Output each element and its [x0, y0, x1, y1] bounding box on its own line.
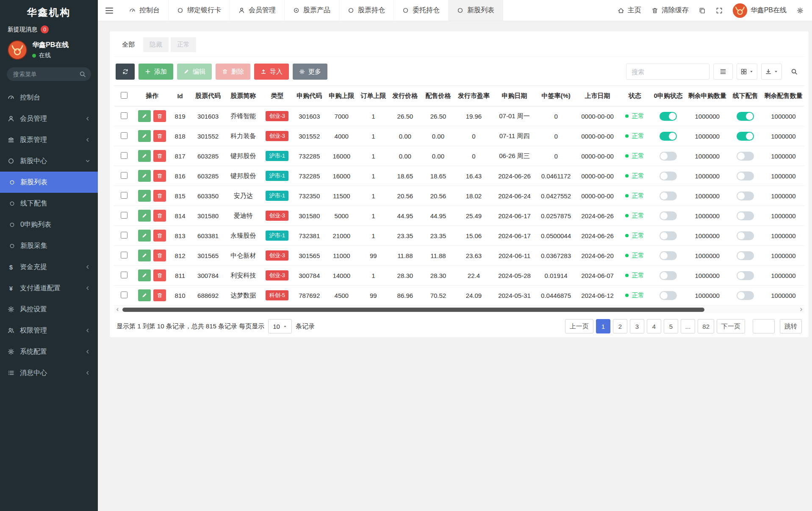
row-edit-button[interactable]	[138, 250, 151, 261]
row-edit-button[interactable]	[138, 130, 151, 142]
page-size-select[interactable]: 10	[268, 319, 292, 333]
offline-toggle[interactable]	[737, 211, 754, 220]
row-delete-button[interactable]	[153, 170, 166, 182]
page-button-0[interactable]: 上一页	[565, 319, 593, 333]
row-checkbox[interactable]	[121, 112, 127, 119]
sidebar-item-1[interactable]: 会员管理	[0, 108, 98, 129]
offline-toggle[interactable]	[737, 291, 754, 300]
offline-toggle[interactable]	[737, 112, 754, 121]
filter-tab-1[interactable]: 隐藏	[143, 37, 169, 52]
zero-toggle[interactable]	[660, 112, 677, 121]
edit-button[interactable]: 编辑	[177, 64, 212, 80]
row-checkbox[interactable]	[121, 212, 127, 219]
detail-view-button[interactable]	[713, 64, 733, 80]
sidebar-subitem-3-2[interactable]: 0申购列表	[0, 214, 98, 235]
row-edit-button[interactable]	[138, 190, 151, 202]
zero-toggle[interactable]	[660, 251, 677, 260]
offline-toggle[interactable]	[737, 271, 754, 280]
row-delete-button[interactable]	[153, 190, 166, 202]
row-checkbox[interactable]	[121, 232, 127, 239]
sidebar-item-9[interactable]: 消息中心	[0, 362, 98, 383]
zero-toggle[interactable]	[660, 291, 677, 300]
delete-button[interactable]: 删除	[216, 64, 250, 80]
offline-toggle[interactable]	[737, 251, 754, 260]
sidebar-item-7[interactable]: 权限管理	[0, 320, 98, 341]
sidebar-subitem-3-3[interactable]: 新股采集	[0, 235, 98, 256]
offline-toggle[interactable]	[737, 132, 754, 141]
search-button[interactable]	[786, 64, 803, 80]
nav-tab-4[interactable]: 股票持仓	[339, 0, 394, 21]
row-edit-button[interactable]	[138, 289, 151, 301]
add-button[interactable]: 添加	[139, 64, 173, 80]
row-edit-button[interactable]	[138, 110, 151, 122]
row-checkbox[interactable]	[121, 152, 127, 159]
page-button-7[interactable]: 82	[698, 319, 714, 333]
row-checkbox[interactable]	[121, 172, 127, 179]
row-checkbox[interactable]	[121, 132, 127, 139]
row-delete-button[interactable]	[153, 150, 166, 162]
sidebar-item-8[interactable]: 系统配置	[0, 341, 98, 362]
sidebar-item-6[interactable]: 风控设置	[0, 299, 98, 320]
page-button-4[interactable]: 4	[647, 319, 661, 333]
export-button[interactable]	[761, 64, 782, 80]
page-button-1[interactable]: 1	[596, 319, 610, 333]
row-delete-button[interactable]	[153, 230, 166, 242]
jump-page-input[interactable]	[753, 319, 775, 333]
sidebar-subitem-3-0[interactable]: 新股列表	[0, 172, 98, 193]
row-delete-button[interactable]	[153, 250, 166, 261]
refresh-button[interactable]	[116, 64, 135, 80]
zero-toggle[interactable]	[660, 211, 677, 220]
row-edit-button[interactable]	[138, 269, 151, 281]
sidebar-item-4[interactable]: $资金充提	[0, 256, 98, 278]
zero-toggle[interactable]	[660, 231, 677, 240]
menu-search-input[interactable]	[7, 67, 91, 81]
scroll-right-icon[interactable]	[799, 308, 803, 311]
row-edit-button[interactable]	[138, 170, 151, 182]
nav-tab-1[interactable]: 绑定银行卡	[169, 0, 230, 21]
columns-button[interactable]	[737, 64, 757, 80]
page-button-6[interactable]: ...	[681, 319, 696, 333]
zero-toggle[interactable]	[660, 152, 677, 161]
zero-toggle[interactable]	[660, 132, 677, 141]
scrollbar-track[interactable]	[121, 306, 798, 313]
sidebar-item-0[interactable]: 控制台	[0, 87, 98, 108]
offline-toggle[interactable]	[737, 231, 754, 240]
row-delete-button[interactable]	[153, 269, 166, 281]
zero-toggle[interactable]	[660, 192, 677, 200]
sidebar-subitem-3-1[interactable]: 线下配售	[0, 193, 98, 214]
more-button[interactable]: 更多	[293, 64, 327, 80]
home-link[interactable]: 主页	[618, 6, 641, 15]
nav-tab-3[interactable]: 股票产品	[285, 0, 339, 21]
row-checkbox[interactable]	[121, 272, 127, 278]
nav-tab-6[interactable]: 新股列表	[449, 0, 503, 21]
settings-button[interactable]	[797, 7, 804, 14]
table-search-input[interactable]	[626, 64, 709, 80]
jump-button[interactable]: 跳转	[780, 319, 802, 333]
row-edit-button[interactable]	[138, 210, 151, 222]
withdraw-notice[interactable]: 新提现消息 0	[0, 25, 98, 36]
page-button-8[interactable]: 下一页	[717, 319, 745, 333]
page-button-3[interactable]: 3	[630, 319, 644, 333]
nav-tab-5[interactable]: 委托持仓	[394, 0, 449, 21]
select-all-checkbox[interactable]	[121, 92, 127, 99]
scroll-left-icon[interactable]	[116, 308, 119, 311]
row-delete-button[interactable]	[153, 289, 166, 301]
row-checkbox[interactable]	[121, 192, 127, 199]
row-checkbox[interactable]	[121, 292, 127, 298]
row-delete-button[interactable]	[153, 110, 166, 122]
import-button[interactable]: 导入	[254, 64, 289, 80]
row-delete-button[interactable]	[153, 210, 166, 222]
scrollbar-thumb[interactable]	[122, 308, 704, 312]
offline-toggle[interactable]	[737, 192, 754, 200]
sidebar-item-5[interactable]: ¥支付通道配置	[0, 278, 98, 299]
copy-button[interactable]	[699, 7, 706, 14]
row-edit-button[interactable]	[138, 150, 151, 162]
filter-tab-0[interactable]: 全部	[116, 37, 141, 52]
user-menu[interactable]: 华鑫PB在线	[733, 3, 787, 18]
page-button-2[interactable]: 2	[613, 319, 627, 333]
nav-tab-2[interactable]: 会员管理	[230, 0, 285, 21]
fullscreen-button[interactable]	[716, 7, 723, 14]
filter-tab-2[interactable]: 正常	[171, 37, 196, 52]
zero-toggle[interactable]	[660, 271, 677, 280]
row-edit-button[interactable]	[138, 230, 151, 242]
